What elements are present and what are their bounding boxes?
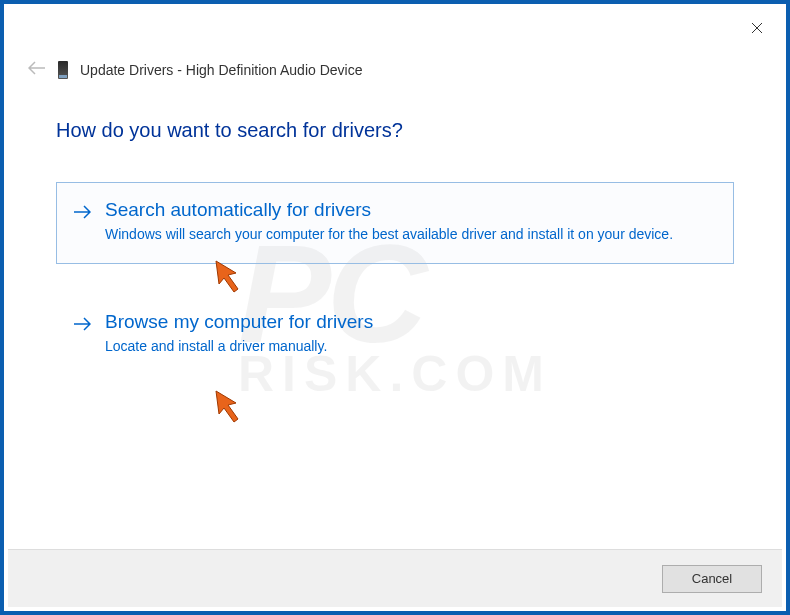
device-icon: [58, 61, 68, 79]
arrow-right-icon: [73, 315, 91, 336]
titlebar: [732, 8, 782, 48]
option-description: Windows will search your computer for th…: [105, 225, 715, 245]
arrow-right-icon: [73, 203, 91, 224]
header: Update Drivers - High Definition Audio D…: [28, 59, 362, 80]
option-title: Search automatically for drivers: [105, 199, 715, 221]
close-button[interactable]: [732, 10, 782, 46]
dialog-window: PCRISK.COM Update Drivers - High Definit…: [0, 0, 790, 615]
option-search-automatically[interactable]: Search automatically for drivers Windows…: [56, 182, 734, 264]
page-heading: How do you want to search for drivers?: [56, 119, 734, 142]
back-arrow-icon[interactable]: [28, 59, 46, 80]
content-area: How do you want to search for drivers? S…: [56, 119, 734, 405]
cancel-button[interactable]: Cancel: [662, 565, 762, 593]
option-title: Browse my computer for drivers: [105, 311, 715, 333]
close-icon: [751, 22, 763, 34]
window-title: Update Drivers - High Definition Audio D…: [80, 62, 362, 78]
option-browse-computer[interactable]: Browse my computer for drivers Locate an…: [56, 294, 734, 376]
option-description: Locate and install a driver manually.: [105, 337, 715, 357]
footer: Cancel: [8, 549, 782, 607]
